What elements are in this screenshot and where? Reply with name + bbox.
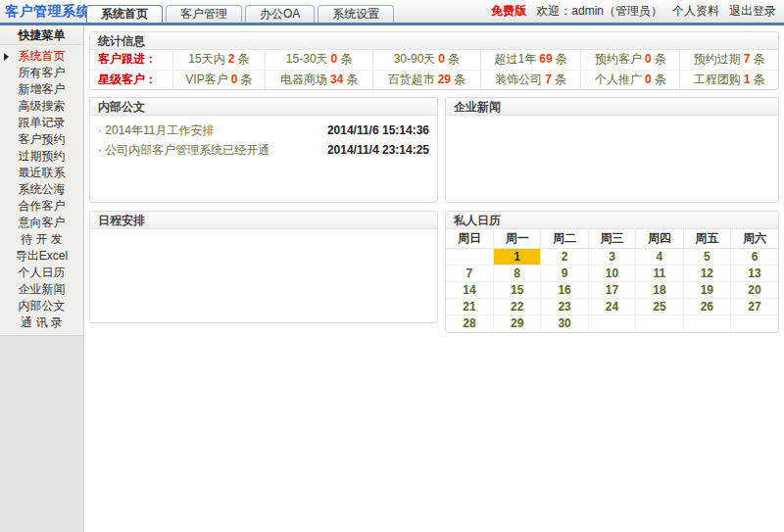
stats-row: 客户跟进：15天内2条15-30天0条30-90天0条超过1年69条预约客户0条…: [90, 50, 778, 70]
calendar-day-29[interactable]: 29: [493, 315, 540, 332]
sidebar-item-recent-contacts[interactable]: 最近联系: [0, 165, 83, 181]
calendar-day-26[interactable]: 26: [683, 299, 730, 315]
sidebar-item-add-customer[interactable]: 新增客户: [0, 81, 83, 98]
calendar-day-23[interactable]: 23: [541, 299, 588, 315]
calendar-day-2[interactable]: 2: [541, 249, 588, 266]
calendar-weekday: 周三: [588, 229, 635, 249]
active-item-arrow-icon: [4, 53, 9, 61]
tab-oa[interactable]: 办公OA: [245, 5, 315, 23]
sidebar-item-customer-appointments[interactable]: 客户预约: [0, 131, 83, 148]
document-link[interactable]: 2014年11月工作安排: [98, 122, 215, 139]
stat-value: 69: [536, 52, 555, 66]
sidebar-item-advanced-search[interactable]: 高级搜索: [0, 98, 83, 115]
calendar-day-13[interactable]: 13: [731, 266, 778, 282]
user-area: 免费版 欢迎：admin（管理员） 个人资料 退出登录: [491, 0, 784, 23]
calendar-day-4[interactable]: 4: [636, 249, 683, 266]
documents-list: 2014年11月工作安排2014/11/6 15:14:36公司内部客户管理系统…: [90, 116, 437, 202]
calendar-day-6[interactable]: 6: [731, 249, 778, 266]
crm-window: 客户管理系统 系统首页客户管理办公OA系统设置 免费版 欢迎：admin（管理员…: [0, 0, 784, 532]
calendar-day-20[interactable]: 20: [731, 282, 778, 299]
calendar-day-14[interactable]: 14: [446, 282, 493, 299]
sidebar-item-label: 合作客户: [19, 199, 66, 213]
calendar-day-3[interactable]: 3: [588, 249, 635, 266]
calendar-day-19[interactable]: 19: [683, 282, 730, 299]
sidebar-item-home[interactable]: 系统首页: [0, 48, 83, 65]
calendar-day-24[interactable]: 24: [588, 299, 635, 315]
sidebar-item-label: 过期预约: [19, 149, 66, 163]
sidebar-item-all-customers[interactable]: 所有客户: [0, 65, 83, 81]
stats-cell-个人推广: 个人推广0条: [581, 70, 680, 89]
calendar-day-7[interactable]: 7: [446, 266, 493, 282]
calendar-day-9[interactable]: 9: [541, 266, 588, 282]
calendar-day-16[interactable]: 16: [541, 282, 588, 299]
stat-name: 百货超市: [388, 73, 435, 86]
calendar-day-28[interactable]: 28: [446, 315, 493, 332]
calendar-day-27[interactable]: 27: [731, 299, 778, 315]
stat-unit: 条: [655, 73, 666, 86]
stat-name: 工程团购: [694, 73, 741, 86]
stat-value: 0: [228, 73, 241, 86]
sidebar-header: 快捷菜单: [0, 25, 83, 45]
stat-name: 超过1年: [495, 52, 537, 66]
calendar-weekday: 周六: [731, 229, 778, 249]
sidebar-item-follow-records[interactable]: 跟单记录: [0, 115, 83, 131]
document-link[interactable]: 公司内部客户管理系统已经开通: [98, 142, 270, 159]
sidebar-item-personal-calendar[interactable]: 个人日历: [0, 265, 83, 281]
stat-name: 15天内: [188, 52, 224, 66]
schedule-panel-title: 日程安排: [90, 212, 437, 229]
sidebar-item-to-develop[interactable]: 待 开 发: [0, 231, 83, 248]
documents-panel-title: 内部公文: [90, 98, 437, 116]
sidebar-item-expired-appointments[interactable]: 过期预约: [0, 148, 83, 165]
calendar-week-row: 78910111213: [446, 266, 778, 282]
calendar-day-21[interactable]: 21: [446, 299, 493, 315]
stats-cell-电器商场: 电器商场34条: [266, 70, 373, 89]
sidebar-item-contacts[interactable]: 通 讯 录: [0, 314, 83, 331]
sidebar-item-label: 通 讯 录: [21, 315, 63, 329]
right-column: 企业新闻 私人日历 周日周一周二周三周四周五周六 123456789101112…: [445, 97, 779, 333]
calendar-day-1[interactable]: 1: [493, 249, 540, 266]
sidebar-item-partner-customers[interactable]: 合作客户: [0, 198, 83, 215]
tab-customer[interactable]: 客户管理: [166, 5, 242, 23]
sidebar-item-export-excel[interactable]: 导出Excel: [0, 248, 83, 265]
calendar-day-22[interactable]: 22: [493, 299, 540, 315]
stats-panel-title: 统计信息: [90, 32, 778, 50]
document-item: 公司内部客户管理系统已经开通2014/11/4 23:14:25: [98, 140, 429, 160]
calendar-day-25[interactable]: 25: [636, 299, 683, 315]
sidebar-item-company-news[interactable]: 企业新闻: [0, 281, 83, 298]
calendar-day-15[interactable]: 15: [493, 282, 540, 299]
sidebar-item-internal-docs[interactable]: 内部公文: [0, 298, 83, 314]
sidebar-item-label: 企业新闻: [19, 282, 66, 296]
stat-unit: 条: [346, 73, 358, 86]
calendar-day-18[interactable]: 18: [636, 282, 683, 299]
calendar-day-30[interactable]: 30: [541, 315, 588, 332]
main-nav-tabs: 系统首页客户管理办公OA系统设置: [86, 0, 491, 23]
calendar-empty-cell: [636, 315, 683, 332]
stat-unit: 条: [753, 73, 764, 86]
stat-unit: 条: [556, 52, 567, 66]
stat-name: 电器商场: [280, 73, 327, 86]
tab-home[interactable]: 系统首页: [86, 5, 163, 23]
stat-name: 预约过期: [694, 52, 741, 66]
stats-cell-VIP客户: VIP客户0条: [172, 70, 266, 89]
stat-value: 0: [435, 52, 448, 66]
tab-settings[interactable]: 系统设置: [318, 5, 394, 23]
logout-link[interactable]: 退出登录: [729, 3, 776, 20]
calendar-day-10[interactable]: 10: [588, 266, 635, 282]
stats-cell-装饰公司: 装饰公司7条: [480, 70, 581, 89]
stats-cell-超过1年: 超过1年69条: [480, 50, 581, 70]
stats-table: 客户跟进：15天内2条15-30天0条30-90天0条超过1年69条预约客户0条…: [90, 50, 778, 89]
calendar-day-12[interactable]: 12: [683, 266, 730, 282]
top-header-bar: 客户管理系统 系统首页客户管理办公OA系统设置 免费版 欢迎：admin（管理员…: [0, 0, 784, 23]
sidebar-item-intent-customers[interactable]: 意向客户: [0, 215, 83, 231]
calendar-day-8[interactable]: 8: [493, 266, 540, 282]
stats-row: 星级客户：VIP客户0条电器商场34条百货超市29条装饰公司7条个人推广0条工程…: [90, 70, 778, 89]
calendar-day-11[interactable]: 11: [636, 266, 683, 282]
calendar-panel-title: 私人日历: [446, 212, 778, 229]
stat-value: 1: [741, 73, 754, 86]
profile-link[interactable]: 个人资料: [672, 3, 719, 20]
sidebar-item-public-pool[interactable]: 系统公海: [0, 181, 83, 198]
calendar-day-5[interactable]: 5: [683, 249, 730, 266]
sidebar: 快捷菜单 系统首页所有客户新增客户高级搜索跟单记录客户预约过期预约最近联系系统公…: [0, 25, 84, 532]
calendar-day-17[interactable]: 17: [588, 282, 635, 299]
stat-unit: 条: [555, 73, 566, 86]
